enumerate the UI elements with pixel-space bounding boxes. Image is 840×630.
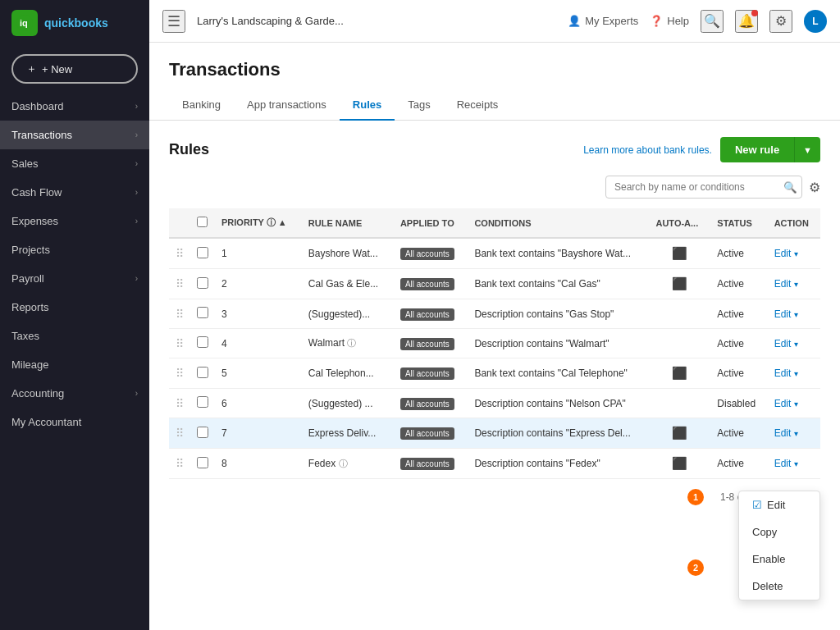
row-checkbox-cell: [190, 358, 215, 389]
col-applied-to: APPLIED TO: [394, 208, 468, 238]
page-header: Transactions: [149, 43, 840, 80]
edit-button[interactable]: Edit: [774, 308, 792, 320]
sidebar-item-mileage[interactable]: Mileage: [0, 350, 149, 379]
row-checkbox[interactable]: [197, 427, 208, 438]
sidebar-item-taxes[interactable]: Taxes: [0, 322, 149, 350]
applied-to-cell: All accounts: [394, 358, 468, 389]
row-checkbox[interactable]: [197, 247, 208, 258]
page-title: Transactions: [169, 59, 820, 80]
hamburger-menu-icon[interactable]: ☰: [162, 10, 185, 33]
action-cell: Edit ▾: [768, 389, 820, 418]
action-chevron-icon[interactable]: ▾: [794, 399, 798, 409]
sidebar-item-accountant[interactable]: My Accountant: [0, 408, 149, 436]
drag-handle-cell: ⠿: [169, 358, 190, 389]
action-chevron-icon[interactable]: ▾: [794, 340, 798, 349]
row-checkbox[interactable]: [197, 277, 208, 289]
sidebar-item-accounting[interactable]: Accounting ›: [0, 379, 149, 408]
sidebar-item-dashboard[interactable]: Dashboard ›: [0, 92, 149, 121]
info-icon[interactable]: ⓘ: [339, 459, 348, 468]
action-chevron-icon[interactable]: ▾: [794, 280, 798, 289]
rule-name-cell: Fedex ⓘ: [302, 449, 394, 479]
action-chevron-icon[interactable]: ▾: [794, 459, 798, 468]
context-menu-item-enable[interactable]: Enable: [739, 546, 819, 573]
context-delete-label: Delete: [752, 580, 783, 592]
context-menu-item-copy[interactable]: Copy: [739, 518, 819, 546]
edit-button[interactable]: Edit: [774, 427, 792, 439]
notifications-icon[interactable]: 🔔: [735, 10, 758, 33]
drag-handle-icon[interactable]: ⠿: [176, 308, 184, 321]
drag-handle-icon[interactable]: ⠿: [176, 247, 184, 260]
search-bar-row: 🔍 ⚙: [169, 176, 820, 199]
context-menu-item-delete[interactable]: Delete: [739, 573, 819, 600]
drag-handle-icon[interactable]: ⠿: [176, 397, 184, 410]
priority-cell: 7: [215, 418, 302, 449]
drag-handle-icon[interactable]: ⠿: [176, 337, 184, 350]
tab-tags[interactable]: Tags: [395, 90, 443, 121]
tab-receipts[interactable]: Receipts: [444, 90, 512, 121]
sidebar-item-sales[interactable]: Sales ›: [0, 149, 149, 178]
info-icon[interactable]: ⓘ: [347, 338, 356, 348]
sidebar-item-transactions[interactable]: Transactions ›: [0, 121, 149, 149]
row-checkbox[interactable]: [197, 336, 208, 348]
sidebar-item-expenses[interactable]: Expenses ›: [0, 207, 149, 235]
auto-add-cell: ⬛: [649, 238, 710, 269]
row-checkbox[interactable]: [197, 457, 208, 468]
action-chevron-icon[interactable]: ▾: [794, 369, 798, 378]
avatar[interactable]: L: [804, 10, 827, 33]
drag-handle-icon[interactable]: ⠿: [176, 457, 184, 470]
settings-icon[interactable]: ⚙: [769, 10, 792, 33]
edit-button[interactable]: Edit: [774, 398, 792, 409]
edit-button[interactable]: Edit: [774, 338, 792, 349]
chevron-right-icon: ›: [135, 130, 138, 139]
new-button[interactable]: ＋ + New: [11, 54, 138, 84]
edit-button[interactable]: Edit: [774, 278, 792, 290]
edit-button[interactable]: Edit: [774, 248, 792, 259]
all-accounts-badge: All accounts: [400, 398, 454, 410]
rules-actions: Learn more about bank rules. New rule ▼: [583, 137, 820, 162]
applied-to-cell: All accounts: [394, 269, 468, 299]
edit-button[interactable]: Edit: [774, 458, 792, 469]
action-chevron-icon[interactable]: ▾: [794, 310, 798, 319]
search-input[interactable]: [605, 176, 802, 199]
row-checkbox[interactable]: [197, 307, 208, 318]
context-edit-label: Edit: [767, 499, 785, 511]
sidebar-item-payroll[interactable]: Payroll ›: [0, 264, 149, 293]
table-row: ⠿ 2 Cal Gas & Ele... All accounts Bank t…: [169, 269, 820, 299]
new-rule-dropdown-button[interactable]: ▼: [794, 137, 820, 162]
search-submit-icon[interactable]: 🔍: [783, 181, 797, 194]
action-chevron-icon[interactable]: ▾: [794, 249, 798, 258]
row-checkbox[interactable]: [197, 367, 208, 378]
sidebar-item-label: Cash Flow: [11, 186, 135, 199]
priority-cell: 8: [215, 449, 302, 479]
action-chevron-icon[interactable]: ▾: [794, 429, 798, 438]
help-button[interactable]: ❓ Help: [650, 15, 689, 27]
table-settings-icon[interactable]: ⚙: [809, 180, 820, 195]
context-menu-item-edit[interactable]: ☑ Edit: [739, 491, 819, 518]
row-checkbox[interactable]: [197, 396, 208, 408]
new-rule-button[interactable]: New rule: [720, 137, 794, 162]
status-cell: Active: [710, 449, 767, 479]
drag-handle-icon[interactable]: ⠿: [176, 277, 184, 290]
sidebar-item-projects[interactable]: Projects: [0, 235, 149, 264]
search-icon[interactable]: 🔍: [701, 10, 724, 33]
help-label: Help: [667, 15, 689, 27]
col-priority[interactable]: PRIORITY ⓘ ▲: [215, 208, 302, 238]
conditions-cell: Bank text contains "Bayshore Wat...: [468, 238, 649, 269]
learn-more-link[interactable]: Learn more about bank rules.: [583, 144, 712, 156]
drag-handle-icon[interactable]: ⠿: [176, 427, 184, 440]
quickbooks-logo-icon: iq: [11, 10, 38, 36]
new-rule-button-group: New rule ▼: [720, 137, 820, 162]
select-all-checkbox[interactable]: [197, 217, 208, 227]
sidebar-item-reports[interactable]: Reports: [0, 293, 149, 322]
drag-handle-icon[interactable]: ⠿: [176, 367, 184, 380]
main-content: ☰ Larry's Landscaping & Garde... 👤 My Ex…: [149, 0, 840, 630]
auto-add-icon: ⬛: [672, 426, 687, 440]
tab-banking[interactable]: Banking: [169, 90, 234, 121]
tab-app-transactions[interactable]: App transactions: [234, 90, 340, 121]
sidebar-item-label: Taxes: [11, 330, 138, 342]
sidebar-item-label: Mileage: [11, 358, 138, 371]
my-experts-button[interactable]: 👤 My Experts: [568, 15, 638, 27]
sidebar-item-cash-flow[interactable]: Cash Flow ›: [0, 178, 149, 207]
tab-rules[interactable]: Rules: [340, 90, 395, 121]
edit-button[interactable]: Edit: [774, 368, 792, 379]
